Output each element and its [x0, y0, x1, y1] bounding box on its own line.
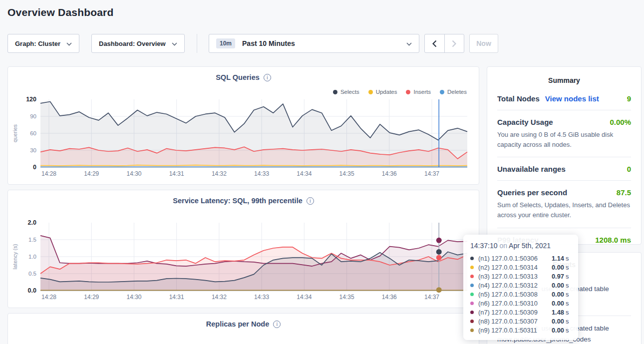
svg-text:14:31: 14:31: [169, 294, 184, 301]
tooltip-node-unit: s: [566, 309, 569, 316]
sql-queries-title: SQL Queries i: [8, 73, 479, 81]
svg-text:0.0: 0.0: [28, 287, 36, 294]
summary-row-head: Total NodesView nodes list9: [497, 94, 631, 103]
tooltip-row: (n4) 127.0.0.1:503120.00s: [470, 281, 571, 290]
chart-title-text: Replicas per Node: [206, 320, 270, 328]
service-latency-title: Service Latency: SQL, 99th percentile i: [8, 197, 479, 205]
tooltip-node-value: 0.00: [552, 282, 564, 289]
dashboard-dropdown-label: Dashboard: Overview: [99, 40, 166, 47]
tooltip-node-label: (n2) 127.0.0.1:50314: [478, 264, 552, 271]
tooltip-node-label: (n5) 127.0.0.1:50308: [478, 291, 552, 298]
summary-title: Summary: [487, 67, 641, 87]
summary-row-head: Unavailable ranges0: [497, 165, 631, 173]
series-dot-icon: [470, 311, 474, 314]
svg-text:0: 0: [33, 164, 36, 171]
svg-text:14:32: 14:32: [212, 170, 227, 177]
dashboard-dropdown[interactable]: Dashboard: Overview: [91, 34, 185, 53]
chart-title-text: Service Latency: SQL, 99th percentile: [173, 197, 303, 205]
tooltip-row: (n2) 127.0.0.1:503140.00s: [470, 263, 571, 272]
tooltip-node-unit: s: [566, 282, 569, 289]
now-button-label: Now: [476, 39, 491, 47]
tooltip-node-label: (n3) 127.0.0.1:50313: [478, 273, 552, 280]
svg-text:14:31: 14:31: [169, 170, 184, 177]
svg-text:14:30: 14:30: [126, 170, 141, 177]
summary-row-value: 1208.0 ms: [595, 236, 631, 244]
legend-dot-icon: [333, 90, 337, 94]
summary-row-label: Unavailable ranges: [497, 165, 566, 173]
replicas-title: Replicas per Node i: [8, 320, 479, 328]
tooltip-node-unit: s: [566, 291, 569, 298]
chevron-left-icon: [432, 40, 437, 47]
graph-dropdown-label: Graph: Cluster: [15, 40, 60, 47]
tooltip-conjunction: on: [499, 242, 507, 250]
graph-dropdown[interactable]: Graph: Cluster: [7, 34, 79, 53]
svg-text:14:34: 14:34: [297, 294, 312, 301]
svg-text:120: 120: [26, 96, 36, 103]
sql-queries-chart[interactable]: 14:2814:2914:3014:3114:3214:3314:3414:35…: [8, 94, 480, 184]
legend-dot-icon: [440, 90, 444, 94]
series-dot-icon: [470, 266, 474, 269]
tooltip-node-value: 0.00: [552, 327, 564, 334]
tooltip-row: (n5) 127.0.0.1:503080.00s: [470, 290, 571, 299]
chevron-right-icon: [452, 40, 456, 47]
tooltip-row: (n9) 127.0.0.1:503110.00s: [470, 326, 571, 335]
chevron-down-icon: [172, 39, 177, 48]
summary-row-value: 0.00%: [610, 118, 631, 126]
summary-row-value: 0: [627, 165, 631, 173]
svg-text:1.5: 1.5: [28, 237, 36, 243]
view-nodes-link[interactable]: View nodes list: [545, 94, 599, 103]
summary-panel: Summary Total NodesView nodes list9Capac…: [487, 66, 642, 245]
tooltip-node-label: (n4) 127.0.0.1:50312: [478, 282, 552, 289]
tooltip-node-label: (n1) 127.0.0.1:50306: [478, 255, 552, 262]
prev-time-button[interactable]: [425, 34, 444, 52]
svg-text:14:37: 14:37: [424, 170, 439, 177]
tooltip-node-value: 1.48: [552, 309, 564, 316]
summary-row-value: 87.5: [617, 188, 631, 197]
svg-text:0.5: 0.5: [28, 271, 36, 277]
svg-text:30: 30: [30, 147, 36, 153]
tooltip-row: (n3) 127.0.0.1:503130.97s: [470, 272, 571, 281]
service-latency-chart[interactable]: 14:2814:2914:3014:3114:3214:3314:3414:35…: [8, 218, 480, 308]
summary-row: Capacity Usage0.00%You are using 0 B of …: [497, 110, 631, 157]
tooltip-node-label: (n9) 127.0.0.1:50311: [478, 327, 552, 334]
time-range-dropdown[interactable]: 10m Past 10 Minutes: [209, 34, 419, 53]
next-time-button[interactable]: [444, 34, 464, 52]
summary-row-head: Queries per second87.5: [497, 188, 631, 197]
svg-text:2.0: 2.0: [28, 219, 36, 226]
replicas-card: Replicas per Node i: [7, 313, 479, 344]
summary-row: Queries per second87.5Sum of Selects, Up…: [497, 181, 631, 228]
now-button[interactable]: Now: [469, 34, 498, 53]
svg-text:14:37: 14:37: [424, 294, 439, 301]
sql-queries-card: SQL Queries i SelectsUpdatesInsertsDelet…: [7, 66, 479, 185]
tooltip-node-value: 0.00: [552, 318, 564, 325]
info-icon[interactable]: i: [264, 74, 271, 81]
tooltip-time: 14:37:10: [470, 242, 498, 250]
tooltip-row: (n7) 127.0.0.1:503091.48s: [470, 308, 571, 317]
tooltip-node-value: 0.00: [552, 264, 564, 271]
svg-text:14:29: 14:29: [84, 170, 99, 177]
legend-dot-icon: [406, 90, 410, 94]
svg-text:1.0: 1.0: [28, 254, 36, 260]
time-range-label: Past 10 Minutes: [242, 39, 295, 47]
service-latency-card: Service Latency: SQL, 99th percentile i …: [7, 190, 479, 308]
tooltip-timestamp: 14:37:10 on Apr 5th, 2021: [470, 242, 571, 250]
svg-text:latency (s): latency (s): [12, 244, 18, 270]
tooltip-node-unit: s: [566, 273, 569, 280]
series-dot-icon: [470, 302, 474, 305]
summary-row: Unavailable ranges0: [497, 157, 631, 181]
info-icon[interactable]: i: [273, 321, 281, 328]
tooltip-row: (n6) 127.0.0.1:503100.00s: [470, 299, 571, 308]
tooltip-node-label: (n8) 127.0.0.1:50307: [478, 318, 552, 325]
info-icon[interactable]: i: [307, 197, 314, 205]
svg-text:14:35: 14:35: [339, 294, 354, 301]
chart-hover-tooltip: 14:37:10 on Apr 5th, 2021 (n1) 127.0.0.1…: [463, 235, 578, 340]
tooltip-node-label: (n6) 127.0.0.1:50310: [478, 300, 552, 307]
tooltip-row: (n8) 127.0.0.1:503070.00s: [470, 317, 571, 326]
tooltip-rows: (n1) 127.0.0.1:503061.14s(n2) 127.0.0.1:…: [470, 254, 571, 335]
tooltip-node-unit: s: [566, 318, 569, 325]
legend-dot-icon: [368, 90, 373, 94]
series-dot-icon: [470, 320, 474, 323]
svg-text:60: 60: [30, 130, 36, 136]
tooltip-node-unit: s: [566, 300, 569, 307]
tooltip-row: (n1) 127.0.0.1:503061.14s: [470, 254, 571, 263]
